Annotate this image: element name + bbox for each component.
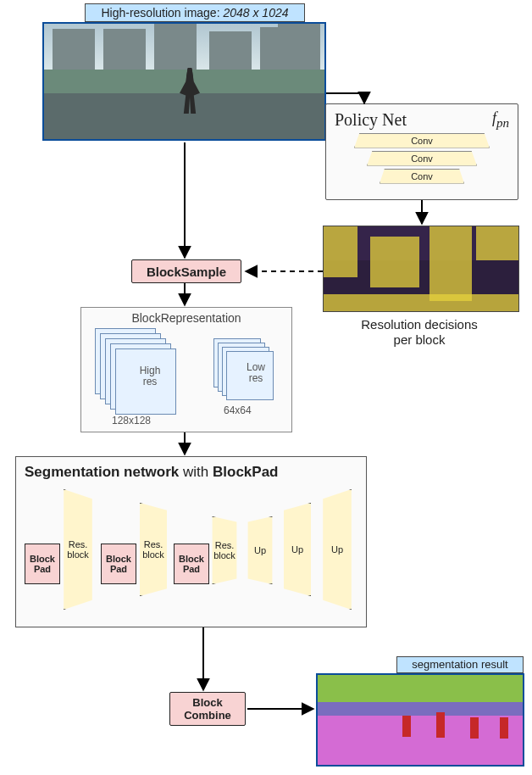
- policy-net-name: Policy Net: [335, 110, 407, 130]
- policy-fn-sub: pn: [496, 116, 509, 130]
- res-block-2: Res. block: [136, 503, 170, 596]
- segnet-row: Block Pad Res. block Block Pad Res. bloc…: [25, 486, 357, 613]
- policy-layer-3: Conv: [380, 169, 464, 184]
- low-res-dim: 64x64: [224, 404, 252, 416]
- input-caption: High-resolution image: 2048 x 1024: [85, 3, 305, 22]
- input-caption-prefix: High-resolution image:: [101, 6, 223, 20]
- resolution-decisions-caption: Resolution decisions per block: [343, 317, 496, 348]
- policy-net: Policy Net fpn Conv Conv Conv: [325, 103, 518, 200]
- segresult-image: [316, 673, 524, 767]
- block-combine-label: BlockCombine: [184, 696, 231, 722]
- overlay-caption-l1: Resolution decisions: [361, 317, 478, 332]
- overlay-caption-l2: per block: [394, 332, 446, 347]
- segnet-title-prefix: Segmentation network: [25, 464, 183, 480]
- block-combine: BlockCombine: [169, 692, 246, 726]
- up-block-2: Up: [280, 503, 314, 596]
- res-block-3: Res. block: [209, 516, 240, 584]
- diagram-root: High-resolution image: 2048 x 1024 Polic…: [0, 0, 532, 775]
- low-res-label: Low res: [241, 362, 271, 384]
- segmentation-network: Segmentation network with BlockPad Block…: [15, 456, 367, 627]
- input-image: [42, 22, 326, 141]
- resolution-decisions-image: [323, 226, 519, 312]
- policy-layer-1: Conv: [354, 133, 490, 148]
- policy-net-title: Policy Net fpn: [335, 109, 509, 131]
- segnet-title: Segmentation network with BlockPad: [25, 464, 357, 481]
- block-representation: BlockRepresentation High res Low res 128…: [80, 307, 292, 432]
- blockpad-2: Block Pad: [101, 544, 136, 584]
- block-representation-title: BlockRepresentation: [86, 311, 286, 325]
- blockpad-3: Block Pad: [174, 544, 209, 584]
- high-res-dim: 128x128: [112, 415, 151, 427]
- segresult-caption: segmentation result: [396, 656, 524, 673]
- blockpad-1: Block Pad: [25, 544, 60, 584]
- input-resolution: 2048 x 1024: [223, 6, 288, 20]
- policy-net-fn: fpn: [492, 109, 509, 131]
- block-sample: BlockSample: [131, 259, 241, 283]
- high-res-label: High res: [132, 365, 168, 388]
- segnet-title-mid: with: [183, 464, 213, 480]
- up-block-1: Up: [245, 516, 275, 584]
- policy-layer-2: Conv: [367, 151, 477, 166]
- up-block-3: Up: [319, 489, 355, 610]
- res-block-1: Res. block: [60, 489, 96, 610]
- segnet-title-bold: BlockPad: [213, 464, 278, 480]
- block-sample-label: BlockSample: [147, 265, 226, 279]
